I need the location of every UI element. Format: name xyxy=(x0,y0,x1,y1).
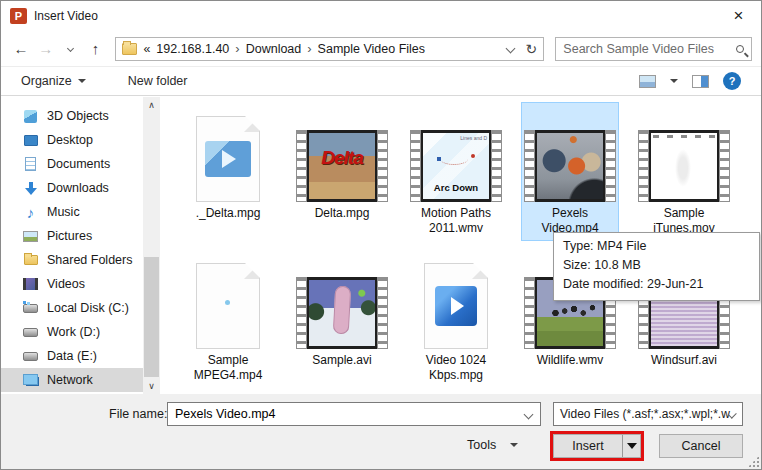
sidebar-item-label: Network xyxy=(47,373,93,387)
pictures-icon xyxy=(22,228,39,244)
sidebar-item-network[interactable]: Network xyxy=(1,368,143,392)
file-name-label: Motion Paths xyxy=(421,206,491,221)
search-input[interactable] xyxy=(563,42,736,56)
forward-button[interactable]: → xyxy=(35,37,57,61)
dialog-footer: File name: Video Files (*.asf;*.asx;*.wp… xyxy=(1,394,761,469)
sidebar-item-label: Videos xyxy=(47,277,85,291)
sidebar-item-videos[interactable]: Videos xyxy=(1,272,143,296)
file-type-dropdown[interactable]: Video Files (*.asf;*.asx;*.wpl;*.w xyxy=(553,402,743,426)
tooltip-size-line: Size: 10.8 MB xyxy=(563,256,750,275)
file-tile-sample-mpeg4[interactable]: Sample MPEG4.mp4 xyxy=(180,250,276,387)
file-type-value: Video Files (*.asf;*.asx;*.wpl;*.w xyxy=(560,407,730,421)
video-document-icon xyxy=(424,263,488,349)
filmstrip-icon: Delta xyxy=(296,130,388,202)
breadcrumb-separator-icon: › xyxy=(235,41,239,56)
file-tile-pexels-video-selected[interactable]: Pexels Video.mp4 xyxy=(522,103,618,240)
new-folder-button[interactable]: New folder xyxy=(128,74,188,88)
sidebar-scrollbar[interactable]: ∧ ∨ xyxy=(143,97,160,394)
cancel-button[interactable]: Cancel xyxy=(659,434,743,458)
file-tile-sample-avi[interactable]: Sample.avi xyxy=(294,250,390,387)
insert-button[interactable]: Insert xyxy=(554,435,622,457)
file-name-field-label: File name: xyxy=(109,407,167,421)
sidebar-item-local-disk-c[interactable]: Local Disk (C:) xyxy=(1,296,143,320)
sidebar-item-work-d[interactable]: Work (D:) xyxy=(1,320,143,344)
file-name-dropdown-icon[interactable] xyxy=(524,409,534,419)
file-name-label: Wildlife.wmv xyxy=(537,353,604,368)
search-icon[interactable] xyxy=(736,45,744,53)
file-name-label: ._Delta.mpg xyxy=(196,206,261,221)
address-dropdown-icon[interactable] xyxy=(505,44,515,54)
drive-icon xyxy=(22,324,39,340)
downloads-icon xyxy=(22,180,39,196)
scroll-down-icon[interactable]: ∨ xyxy=(148,378,155,394)
file-tile-sample-itunes[interactable]: Sample iTunes.mov xyxy=(636,103,732,240)
file-name-combobox[interactable] xyxy=(167,402,541,426)
tools-button[interactable]: Tools xyxy=(467,438,518,452)
sidebar-item-pictures[interactable]: Pictures xyxy=(1,224,143,248)
sidebar-item-label: Local Disk (C:) xyxy=(47,301,129,315)
insert-dropdown-icon[interactable] xyxy=(623,435,640,457)
organize-label: Organize xyxy=(21,74,72,88)
sidebar-item-shared-folders[interactable]: Shared Folders xyxy=(1,248,143,272)
refresh-icon[interactable]: ↻ xyxy=(526,41,538,57)
scroll-up-icon[interactable]: ∧ xyxy=(148,97,155,113)
sidebar-item-3d-objects[interactable]: 3D Objects xyxy=(1,104,143,128)
file-name-label: Kbps.mpg xyxy=(426,368,487,383)
thumbnail-text: Delta xyxy=(309,147,375,169)
resize-grip[interactable] xyxy=(748,456,759,467)
thumbnail-corner-text: Lines and D xyxy=(460,135,487,141)
insert-split-button[interactable]: Insert xyxy=(553,434,641,458)
back-button[interactable]: ← xyxy=(10,37,32,61)
sidebar-item-label: Work (D:) xyxy=(47,325,100,339)
breadcrumb-item-host[interactable]: 192.168.1.40 xyxy=(156,42,229,56)
views-dropdown-icon[interactable] xyxy=(670,79,678,83)
file-name-label: 2011.wmv xyxy=(421,221,491,236)
preview-pane-icon[interactable] xyxy=(692,75,709,88)
filmstrip-icon: Lines and D Arc Down xyxy=(410,130,502,202)
sidebar-item-desktop[interactable]: Desktop xyxy=(1,128,143,152)
help-button[interactable]: ? xyxy=(723,72,741,90)
close-button[interactable]: × xyxy=(716,1,761,31)
powerpoint-icon: P xyxy=(10,8,27,24)
file-tile-dot-delta[interactable]: ._Delta.mpg xyxy=(180,103,276,240)
history-dropdown-icon[interactable] xyxy=(60,37,82,61)
file-name-input[interactable] xyxy=(175,407,525,421)
thumbnail-text: Arc Down xyxy=(423,182,489,193)
breadcrumb-separator-icon: › xyxy=(307,41,311,56)
sidebar-item-downloads[interactable]: Downloads xyxy=(1,176,143,200)
file-name-label: Sample xyxy=(194,353,263,368)
file-tile-motion-paths[interactable]: Lines and D Arc Down Motion Paths 2011.w… xyxy=(408,103,504,240)
scrollbar-thumb[interactable] xyxy=(144,257,159,377)
window-title: Insert Video xyxy=(34,9,98,23)
sidebar-item-label: Downloads xyxy=(47,181,109,195)
sidebar-item-label: Pictures xyxy=(47,229,92,243)
title-bar: P Insert Video × xyxy=(1,1,761,31)
search-box[interactable] xyxy=(555,37,752,61)
file-tile-delta[interactable]: Delta Delta.mpg xyxy=(294,103,390,240)
3d-objects-icon xyxy=(22,108,39,124)
breadcrumb-item-current[interactable]: Sample Video Files xyxy=(318,42,425,56)
music-icon: ♪ xyxy=(22,204,39,220)
filmstrip-icon xyxy=(296,277,388,349)
views-button[interactable] xyxy=(639,75,656,88)
breadcrumb-item-download[interactable]: Download xyxy=(246,42,302,56)
sidebar-item-documents[interactable]: Documents xyxy=(1,152,143,176)
file-name-label: Sample.avi xyxy=(312,353,371,368)
file-info-tooltip: Type: MP4 File Size: 10.8 MB Date modifi… xyxy=(553,232,760,301)
file-tile-video-1024[interactable]: Video 1024 Kbps.mpg xyxy=(408,250,504,387)
organize-button[interactable]: Organize xyxy=(21,74,86,88)
drive-icon xyxy=(22,348,39,364)
navigation-bar: ← → ↑ « 192.168.1.40 › Download › Sample… xyxy=(1,31,761,67)
new-folder-label: New folder xyxy=(128,74,188,88)
breadcrumb-prefix: « xyxy=(143,42,150,56)
tools-label: Tools xyxy=(467,438,496,452)
blank-document-icon xyxy=(196,263,260,349)
filmstrip-icon xyxy=(524,130,616,202)
up-button[interactable]: ↑ xyxy=(85,37,107,61)
sidebar-item-music[interactable]: ♪ Music xyxy=(1,200,143,224)
network-icon xyxy=(22,372,39,388)
address-bar[interactable]: « 192.168.1.40 › Download › Sample Video… xyxy=(115,37,544,61)
folder-icon xyxy=(122,43,137,55)
file-name-label: Video 1024 xyxy=(426,353,487,368)
sidebar-item-data-e[interactable]: Data (E:) xyxy=(1,344,143,368)
